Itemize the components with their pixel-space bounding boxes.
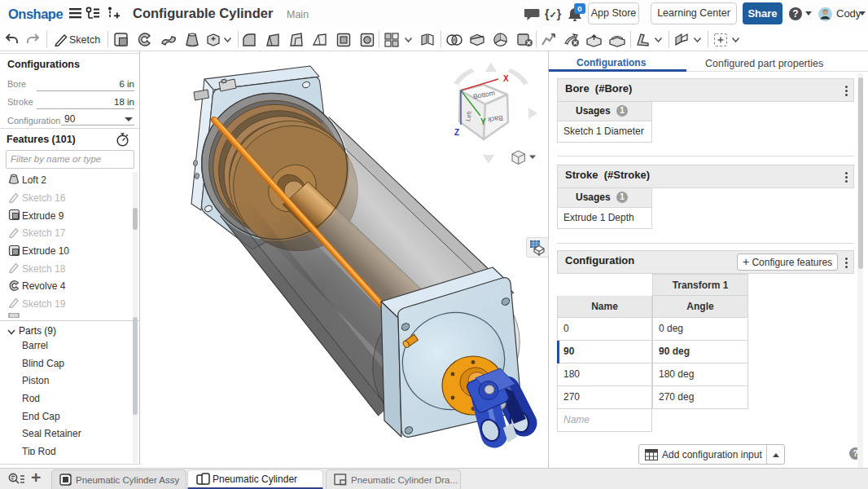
svg-text:Z: Z	[454, 128, 459, 137]
svg-text:X: X	[503, 74, 509, 83]
svg-text:Y: Y	[480, 117, 486, 126]
